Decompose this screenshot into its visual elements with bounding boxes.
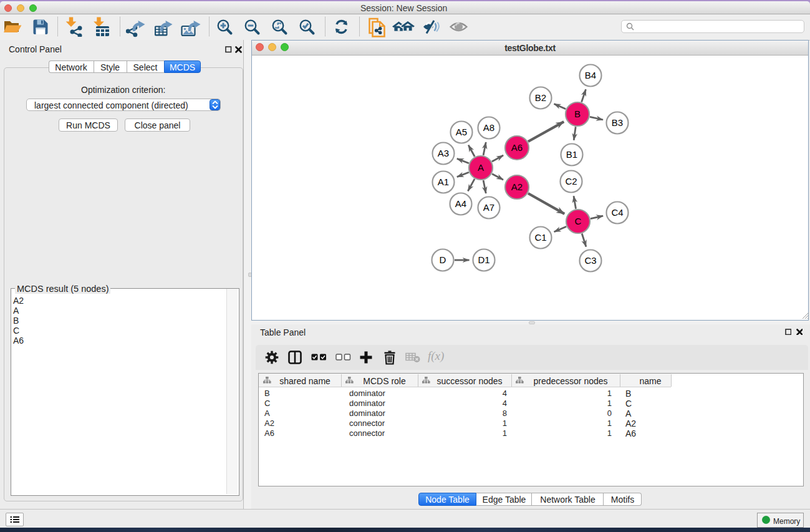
svg-text:B3: B3: [612, 117, 623, 128]
svg-text:C: C: [575, 216, 582, 226]
svg-text:C1: C1: [534, 232, 546, 243]
svg-text:A3: A3: [438, 148, 449, 158]
svg-text:A: A: [478, 162, 484, 173]
svg-text:B1: B1: [566, 149, 577, 160]
svg-text:D1: D1: [478, 254, 489, 265]
svg-text:A6: A6: [511, 142, 523, 153]
svg-text:A7: A7: [483, 202, 494, 213]
svg-text:B: B: [574, 109, 581, 119]
svg-text:C2: C2: [565, 176, 577, 186]
svg-text:B4: B4: [585, 70, 596, 80]
svg-text:C3: C3: [584, 255, 596, 266]
svg-text:B2: B2: [535, 92, 546, 103]
svg-text:A8: A8: [483, 122, 494, 133]
svg-text:A4: A4: [455, 198, 466, 209]
svg-text:C4: C4: [611, 207, 623, 218]
svg-text:A2: A2: [511, 181, 523, 192]
svg-text:D: D: [440, 254, 446, 265]
svg-text:A1: A1: [438, 177, 449, 187]
svg-text:A5: A5: [456, 127, 467, 137]
